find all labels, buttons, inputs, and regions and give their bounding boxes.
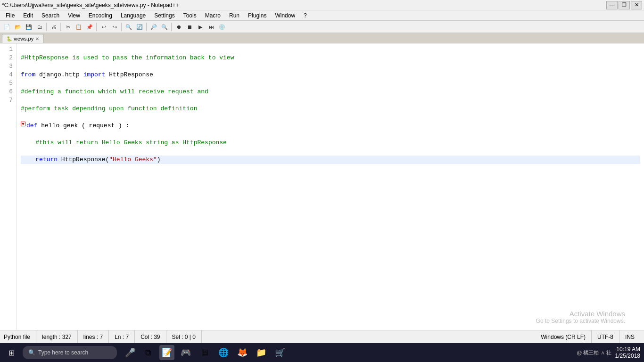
toolbar-undo[interactable]: ↩ (99, 22, 109, 32)
toolbar-macro-rec[interactable]: ⏺ (173, 22, 184, 32)
toolbar-redo[interactable]: ↪ (109, 22, 120, 32)
toolbar-macro-run[interactable]: ⏭ (206, 22, 216, 32)
menu-file[interactable]: File (2, 11, 18, 20)
taskbar-icon-firefox[interactable]: 🦊 (235, 345, 250, 360)
taskbar-search-text: Type here to search (38, 349, 88, 356)
toolbar-zoomin[interactable]: 🔎 (149, 22, 159, 32)
code-editor[interactable]: #HttpResponse is used to pass the inform… (17, 43, 644, 330)
line-num-4: 4 (4, 71, 13, 79)
menu-edit[interactable]: Edit (19, 11, 37, 20)
taskbar-icon-taskview[interactable]: ⧉ (140, 345, 156, 360)
toolbar-replace[interactable]: 🔄 (134, 22, 145, 32)
taskbar-icon-files[interactable]: 📁 (254, 345, 269, 360)
fold-icon-5[interactable]: ▼ (21, 122, 25, 126)
taskbar-right: @ 橘王柏 ∧ 社 10:19 AM 1/25/2018 (577, 346, 640, 359)
code-comment-6: #this will return Hello Geeks string as … (35, 139, 227, 147)
tab-icon: 🐍 (6, 36, 12, 41)
code-string-7: "Hello Geeks" (109, 156, 157, 164)
toolbar-sep-6 (171, 23, 172, 31)
taskbar-icon-voice[interactable]: 🎤 (123, 345, 138, 360)
line-num-7: 7 (4, 96, 13, 105)
status-encoding: UTF-8 (592, 330, 619, 343)
code-line-5: ▼def hello_geek ( request ) : (21, 122, 640, 130)
line-num-5: 5 (4, 79, 13, 88)
code-line-7: return HttpResponse("Hello Geeks") (21, 156, 640, 164)
toolbar-sep-3 (96, 23, 97, 31)
code-line-4: #perform task depending upon function de… (21, 105, 640, 113)
editor-area[interactable]: 1 2 3 4 5 6 7 #HttpResponse is used to p… (0, 43, 644, 330)
menu-search[interactable]: Search (38, 11, 63, 20)
toolbar-macro-stop[interactable]: ⏹ (184, 22, 195, 32)
toolbar-sep-4 (121, 23, 122, 31)
title-controls: — ❐ ✕ (606, 1, 642, 9)
tab-close-button[interactable]: ✕ (35, 36, 39, 41)
line-numbers: 1 2 3 4 5 6 7 (0, 43, 17, 330)
toolbar-macro-save[interactable]: 💿 (217, 22, 227, 32)
title-text: *C:\Users\Ujjwal\env_site\geeks_site\gee… (2, 2, 179, 8)
toolbar-open[interactable]: 📂 (13, 22, 23, 32)
menu-settings[interactable]: Settings (150, 11, 178, 20)
taskbar-icon-media[interactable]: 🎮 (178, 345, 193, 360)
toolbar: 📄 📂 💾 🗂 🖨 ✂ 📋 📌 ↩ ↪ 🔍 🔄 🔎 🔍 ⏺ ⏹ ▶ ⏭ 💿 (0, 21, 644, 33)
taskbar-quick-icons: 🎤 ⧉ (123, 345, 156, 360)
clock[interactable]: 10:19 AM 1/25/2018 (615, 346, 640, 359)
tab-views-py[interactable]: 🐍 views.py ✕ (2, 34, 43, 43)
toolbar-find[interactable]: 🔍 (124, 22, 134, 32)
clock-date: 1/25/2018 (615, 353, 640, 359)
menu-help[interactable]: ? (300, 11, 311, 20)
status-ln: Ln : 7 (109, 330, 135, 343)
menu-macro[interactable]: Macro (201, 11, 224, 20)
code-comment-4: #perform task depending upon function de… (21, 105, 197, 113)
status-length: length : 327 (36, 330, 78, 343)
status-col: Col : 39 (135, 330, 166, 343)
taskbar-icon-store[interactable]: 🛒 (272, 345, 288, 360)
taskbar-icon-pycharm[interactable]: 🖥 (197, 345, 212, 360)
taskbar-icon-chrome[interactable]: 🌐 (216, 345, 231, 360)
status-sel: Sel : 0 | 0 (166, 330, 202, 343)
menu-plugins[interactable]: Plugins (244, 11, 270, 20)
code-kw-def: def (26, 122, 37, 130)
line-num-3: 3 (4, 62, 13, 71)
tab-bar: 🐍 views.py ✕ (0, 33, 644, 43)
minimize-button[interactable]: — (606, 1, 618, 9)
line-num-2: 2 (4, 54, 13, 62)
menu-window[interactable]: Window (271, 11, 299, 20)
taskbar-search[interactable]: 🔍 Type here to search (23, 346, 117, 359)
line-num-1: 1 (4, 45, 13, 54)
close-button[interactable]: ✕ (631, 1, 642, 9)
status-ins: INS (619, 330, 640, 343)
toolbar-new[interactable]: 📄 (2, 22, 12, 32)
toolbar-save[interactable]: 💾 (24, 22, 34, 32)
toolbar-macro-play[interactable]: ▶ (195, 22, 206, 32)
maximize-button[interactable]: ❐ (619, 1, 630, 9)
toolbar-saveall[interactable]: 🗂 (34, 22, 45, 32)
code-comment-3: #defining a function which will receive … (21, 88, 208, 96)
toolbar-sep-2 (60, 23, 61, 31)
toolbar-sep-1 (46, 23, 47, 31)
code-comment-1: #HttpResponse is used to pass the inform… (21, 54, 234, 62)
menu-encoding[interactable]: Encoding (85, 11, 116, 20)
menu-run[interactable]: Run (225, 11, 243, 20)
status-lineending: Windows (CR LF) (535, 330, 592, 343)
line-num-6: 6 (4, 88, 13, 96)
toolbar-copy[interactable]: 📋 (74, 22, 84, 32)
toolbar-paste[interactable]: 📌 (84, 22, 95, 32)
start-button[interactable]: ⊞ (4, 345, 19, 360)
toolbar-sep-5 (146, 23, 147, 31)
code-line-6: #this will return Hello Geeks string as … (21, 139, 640, 147)
status-lines: lines : 7 (78, 330, 109, 343)
code-kw-return: return (35, 156, 58, 164)
menu-tools[interactable]: Tools (180, 11, 200, 20)
code-line-3: #defining a function which will receive … (21, 88, 640, 96)
menu-bar: File Edit Search View Encoding Language … (0, 10, 644, 21)
clock-time: 10:19 AM (615, 346, 640, 353)
menu-language[interactable]: Language (117, 11, 149, 20)
status-bar: Python file length : 327 lines : 7 Ln : … (0, 330, 644, 343)
taskbar-notepadpp-icon[interactable]: 📝 (159, 345, 174, 360)
code-line-1: #HttpResponse is used to pass the inform… (21, 54, 640, 62)
toolbar-cut[interactable]: ✂ (63, 22, 73, 32)
menu-view[interactable]: View (64, 11, 84, 20)
search-icon: 🔍 (28, 349, 35, 356)
toolbar-print[interactable]: 🖨 (49, 22, 59, 32)
toolbar-zoomout[interactable]: 🔍 (159, 22, 170, 32)
